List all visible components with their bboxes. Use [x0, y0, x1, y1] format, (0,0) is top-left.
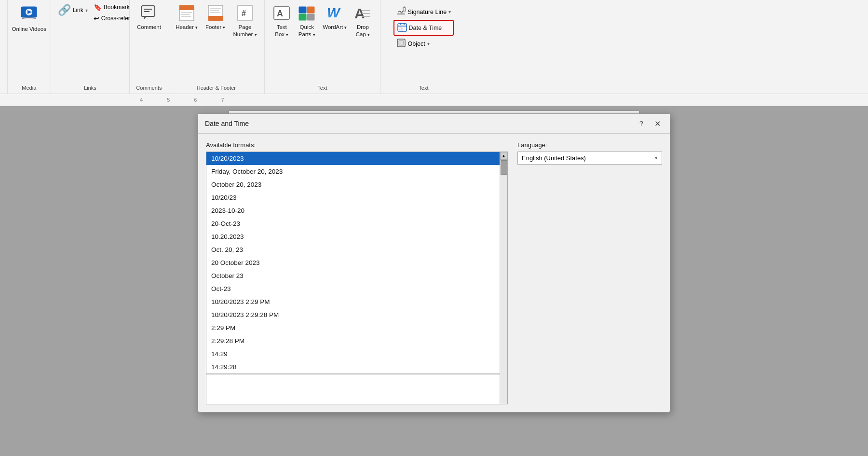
format-item-6[interactable]: 10.20.2023 [206, 230, 500, 243]
ribbon-group-text: A TextBox ▾ [265, 0, 380, 94]
format-item-7[interactable]: Oct. 20, 23 [206, 243, 500, 256]
comment-button[interactable]: Comment [134, 2, 164, 33]
wordart-icon: W [326, 4, 344, 24]
scrollbar-track: ▲ [500, 152, 507, 404]
app-container: Online Videos Media 🔗 Link ▾ [0, 0, 868, 456]
ribbon: Online Videos Media 🔗 Link ▾ [0, 0, 868, 94]
format-item-16[interactable]: 14:29:28 [206, 360, 500, 374]
header-button[interactable]: Header ▾ [173, 2, 201, 33]
date-time-dialog: Date and Time ? ✕ Available formats: 10/… [198, 113, 670, 413]
bookmark-label: Bookmark [104, 4, 130, 11]
dialog-body: Available formats: 10/20/2023 Friday, Oc… [198, 134, 670, 412]
modal-overlay: Date and Time ? ✕ Available formats: 10/… [0, 106, 868, 456]
link-icon: 🔗 [58, 4, 71, 16]
cross-reference-button[interactable]: ↩ Cross-reference [91, 13, 130, 24]
ruler-mark-5: 5 [167, 97, 170, 103]
signature-line-arrow: ▾ [448, 9, 451, 14]
cross-reference-label: Cross-reference [101, 15, 130, 22]
ribbon-group-links: 🔗 Link ▾ 🔖 Bookmark [51, 0, 130, 94]
ruler-mark-7: 7 [221, 97, 224, 103]
ribbon-group-comments: Comment Comments [130, 0, 168, 94]
online-videos-label: Online Videos [12, 26, 46, 33]
header-label: Header ▾ [176, 24, 198, 31]
svg-rect-24 [299, 14, 306, 20]
ribbon-group-header-footer-label: Header & Footer [172, 83, 260, 94]
svg-text:A: A [277, 9, 283, 18]
svg-rect-14 [208, 16, 223, 21]
header-icon [177, 4, 196, 24]
format-item-5[interactable]: 20-Oct-23 [206, 217, 500, 230]
signature-line-label: Signature Line [408, 9, 447, 15]
dialog-close-button[interactable]: ✕ [651, 118, 663, 129]
wordart-button[interactable]: W WordArt ▾ [320, 2, 350, 33]
dialog-left-panel: Available formats: 10/20/2023 Friday, Oc… [206, 141, 508, 404]
footer-button[interactable]: Footer ▾ [203, 2, 228, 33]
formats-list: 10/20/2023 Friday, October 20, 2023 Octo… [206, 152, 500, 403]
svg-rect-32 [403, 8, 406, 11]
format-item-2[interactable]: October 20, 2023 [206, 178, 500, 191]
language-dropdown[interactable]: English (United States) ▾ [517, 152, 662, 165]
date-time-button[interactable]: 🕐 Date & Time [393, 20, 454, 36]
language-dropdown-arrow: ▾ [655, 155, 658, 161]
signature-line-button[interactable]: Signature Line ▾ [393, 5, 454, 19]
ribbon-group-header-footer: Header ▾ [168, 0, 265, 94]
ruler-mark-4: 4 [140, 97, 143, 103]
bookmark-button[interactable]: 🔖 Bookmark [91, 2, 130, 13]
language-value: English (United States) [522, 154, 586, 162]
language-label: Language: [517, 141, 662, 149]
ribbon-group-text-right: Signature Line ▾ 🕐 [380, 0, 467, 94]
signature-line-icon [396, 6, 406, 17]
format-item-12[interactable]: 10/20/2023 2:29:28 PM [206, 308, 500, 321]
ribbon-group-links-label: Links [55, 83, 125, 94]
page-number-button[interactable]: # PageNumber ▾ [230, 2, 259, 40]
dialog-titlebar: Date and Time ? ✕ [198, 114, 670, 134]
wordart-label: WordArt ▾ [323, 24, 347, 31]
scrollbar-up-button[interactable]: ▲ [500, 152, 508, 160]
ribbon-group-text-right-label: Text [384, 83, 463, 94]
svg-rect-25 [307, 14, 314, 20]
format-item-3[interactable]: 10/20/23 [206, 191, 500, 204]
quick-parts-icon [298, 4, 316, 24]
scrollbar-thumb[interactable] [501, 160, 507, 175]
bookmark-icon: 🔖 [94, 3, 102, 11]
page-number-label: PageNumber ▾ [233, 24, 257, 38]
object-icon [396, 38, 406, 49]
ribbon-group-text-label: Text [269, 83, 376, 94]
format-item-10[interactable]: Oct-23 [206, 282, 500, 295]
ribbon-group-media-label: Media [12, 83, 47, 94]
ribbon-partial-left: Online Videos Media 🔗 Link ▾ [0, 0, 130, 94]
footer-icon [206, 4, 225, 24]
format-item-9[interactable]: October 23 [206, 269, 500, 282]
svg-marker-7 [144, 16, 147, 20]
format-item-4[interactable]: 2023-10-20 [206, 204, 500, 217]
format-item-15[interactable]: 14:29 [206, 347, 500, 360]
format-item-11[interactable]: 10/20/2023 2:29 PM [206, 295, 500, 308]
content-area: Date and Time ? ✕ Available formats: 10/… [0, 106, 868, 456]
date-time-label: Date & Time [409, 25, 442, 31]
online-videos-button[interactable]: Online Videos [9, 2, 49, 35]
object-arrow: ▾ [427, 41, 430, 46]
footer-label: Footer ▾ [205, 24, 225, 31]
text-box-label: TextBox ▾ [275, 24, 288, 38]
drop-cap-button[interactable]: A DropCap ▾ [351, 2, 375, 40]
formats-label: Available formats: [206, 141, 508, 149]
date-time-icon: 🕐 [397, 22, 407, 33]
formats-listbox: 10/20/2023 Friday, October 20, 2023 Octo… [206, 152, 508, 404]
ribbon-group-comments-label: Comments [134, 83, 164, 94]
quick-parts-button[interactable]: QuickParts ▾ [295, 2, 319, 40]
comment-icon [140, 4, 158, 24]
link-button[interactable]: 🔗 Link ▾ [55, 2, 91, 18]
object-button[interactable]: Object ▾ [393, 37, 454, 51]
format-item-13[interactable]: 2:29 PM [206, 321, 500, 334]
text-box-button[interactable]: A TextBox ▾ [270, 2, 294, 40]
ruler: 4 5 6 7 [0, 94, 868, 106]
format-item-14[interactable]: 2:29:28 PM [206, 334, 500, 347]
dialog-help-button[interactable]: ? [636, 118, 647, 129]
format-item-1[interactable]: Friday, October 20, 2023 [206, 165, 500, 178]
drop-cap-icon: A [353, 4, 372, 24]
svg-rect-23 [307, 7, 314, 13]
format-item-0[interactable]: 10/20/2023 [206, 152, 500, 165]
dialog-right-panel: Language: English (United States) ▾ [517, 141, 662, 404]
format-item-8[interactable]: 20 October 2023 [206, 256, 500, 269]
ruler-mark-6: 6 [194, 97, 197, 103]
